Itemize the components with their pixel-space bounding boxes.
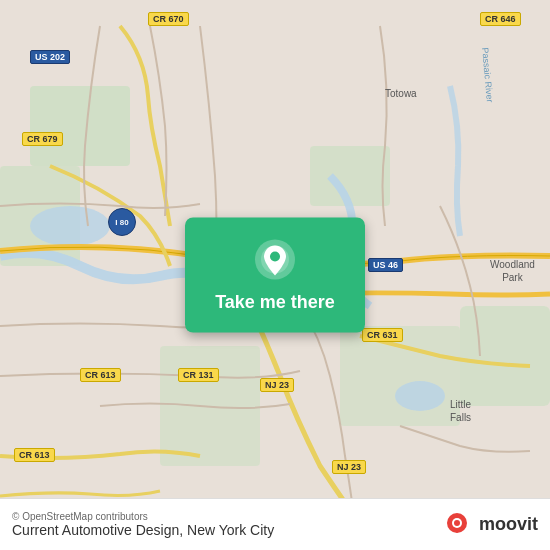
map-container: CR 670 US 202 CR 646 CR 679 I 80 US 46 C… <box>0 0 550 550</box>
svg-rect-3 <box>310 146 390 206</box>
location-pin-icon <box>253 238 297 282</box>
take-me-there-label: Take me there <box>215 292 335 313</box>
take-me-there-button[interactable]: Take me there <box>185 218 365 333</box>
bottom-bar: © OpenStreetMap contributors Current Aut… <box>0 498 550 550</box>
location-title: Current Automotive Design, New York City <box>12 522 274 538</box>
moovit-brand-text: moovit <box>479 514 538 535</box>
svg-rect-1 <box>30 86 130 166</box>
svg-point-14 <box>454 520 460 526</box>
moovit-logo[interactable]: moovit <box>441 509 538 541</box>
svg-point-8 <box>395 381 445 411</box>
copyright-text: © OpenStreetMap contributors <box>12 511 274 522</box>
svg-rect-6 <box>460 306 550 406</box>
svg-rect-4 <box>340 326 460 426</box>
bottom-left-info: © OpenStreetMap contributors Current Aut… <box>12 511 274 538</box>
svg-point-7 <box>30 206 110 246</box>
svg-point-11 <box>270 252 280 262</box>
moovit-logo-icon <box>441 509 473 541</box>
